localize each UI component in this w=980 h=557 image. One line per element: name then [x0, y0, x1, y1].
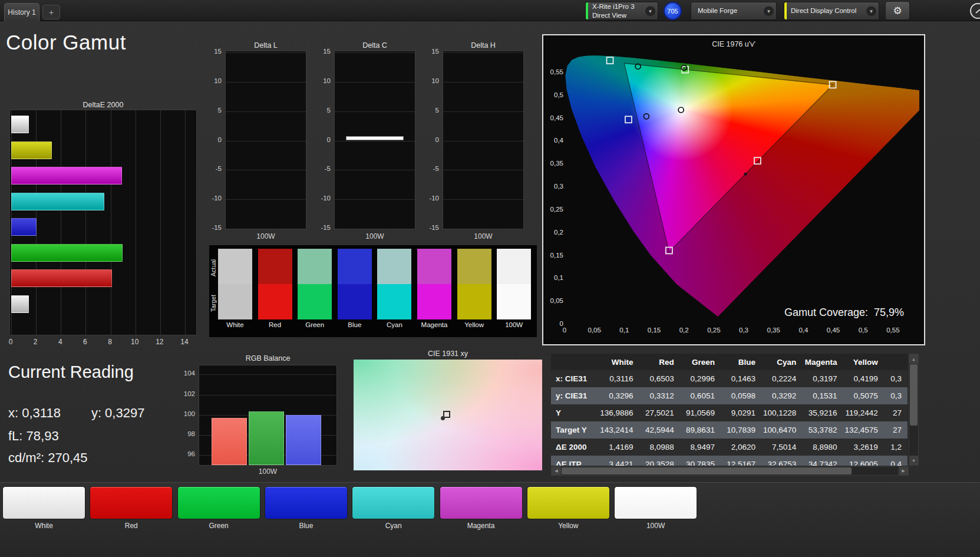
pattern-button-white[interactable]: [2, 486, 85, 519]
table-cell: 53,3782: [802, 421, 843, 439]
axis-tick-label: 8: [108, 338, 112, 346]
axis-tick-label: 0,45: [550, 114, 563, 121]
table-cell: 0,1463: [721, 370, 761, 387]
swatch-yellow: Yellow: [457, 249, 491, 328]
table-row: y: CIE310,32960,33120,60510,05980,32920,…: [551, 387, 908, 404]
scroll-left-icon[interactable]: ◀: [552, 467, 561, 475]
scroll-up-icon[interactable]: ▲: [909, 354, 918, 364]
chart-title: Delta H: [443, 41, 524, 50]
grid-line: [226, 170, 306, 170]
settings-button[interactable]: ⚙: [885, 1, 910, 20]
pattern-button-red[interactable]: [90, 486, 173, 519]
measured-marker-cyan: [644, 114, 649, 119]
grid-line: [199, 374, 336, 375]
swatch-label: White: [218, 321, 252, 328]
gauge-icon: [975, 9, 980, 13]
axis-label: 100W: [443, 232, 524, 240]
axis-tick-label: 0: [218, 136, 222, 143]
deltae-bar-green: [11, 244, 123, 262]
table-row: x: CIE310,31160,65030,29960,14630,22240,…: [551, 370, 908, 387]
pattern-source-dropdown[interactable]: Mobile Forge ▼: [691, 2, 777, 20]
table-cell: 0,5075: [843, 387, 884, 404]
grid-line: [335, 52, 415, 53]
meter-name: X-Rite i1Pro 3 Direct View: [586, 2, 649, 20]
table-cell: 0,2224: [761, 370, 802, 387]
scroll-right-icon[interactable]: ▶: [899, 467, 908, 475]
table-cell: 0,1531: [802, 387, 843, 404]
axis-tick-label: -15: [429, 224, 439, 231]
pattern-item: Blue: [265, 486, 348, 530]
pattern-button-100w[interactable]: [614, 486, 697, 519]
table-cell: 0,3296: [598, 387, 639, 404]
meter-dropdown[interactable]: X-Rite i1Pro 3 Direct View ▼: [585, 2, 658, 20]
axis-tick-label: 0,1: [554, 274, 563, 281]
pattern-item: White: [2, 486, 85, 530]
deltae-bar-red: [11, 269, 112, 287]
axis-tick-label: 15: [323, 48, 331, 55]
display-control-dropdown[interactable]: Direct Display Control ▼: [784, 2, 879, 20]
display-control-accent: [784, 2, 787, 19]
measured-dot-magenta: [744, 173, 747, 176]
table-cell: 27: [884, 421, 908, 439]
pattern-button-green[interactable]: [177, 486, 260, 519]
swatch-cyan: Cyan: [377, 249, 411, 328]
table-row: Y136,988627,502191,05699,0291100,122835,…: [551, 404, 908, 421]
chart-title: Delta L: [225, 41, 306, 50]
table-cell: 91,0569: [680, 404, 721, 421]
pattern-button-cyan[interactable]: [352, 486, 435, 519]
swatch-actual: [258, 249, 292, 284]
reading-cd: cd/m²: 270,45: [8, 450, 88, 466]
scrollbar-thumb[interactable]: [562, 467, 852, 474]
scrollbar-thumb[interactable]: [910, 364, 918, 426]
gamut-coverage: Gamut Coverage:75,9%: [784, 306, 904, 319]
axis-tick-label: 15: [431, 48, 439, 55]
grid-line: [136, 110, 136, 335]
axis-tick-label: 0,45: [827, 327, 840, 334]
swatch-target: [457, 284, 491, 319]
current-reading-title: Current Reading: [8, 362, 134, 382]
table-cell: 1,2: [884, 439, 908, 456]
axis-tick-label: 0,55: [886, 327, 899, 334]
deltae-chart: [9, 110, 197, 335]
swatch-label: Magenta: [417, 321, 451, 328]
axis-tick-label: 0,05: [588, 327, 600, 334]
axis-tick-label: 0,15: [648, 327, 661, 334]
axis-tick-label: -10: [212, 195, 222, 202]
add-tab-button[interactable]: +: [42, 5, 60, 19]
grid-line: [335, 141, 415, 141]
scroll-down-icon[interactable]: ▼: [909, 456, 918, 465]
tab-history-1[interactable]: History 1: [4, 3, 39, 21]
axis-tick-label: 102: [184, 390, 195, 397]
table-cell: 0,3: [884, 387, 908, 404]
table-vertical-scrollbar[interactable]: ▲ ▼: [909, 354, 919, 466]
table-cell: 7,5014: [761, 439, 802, 456]
swatch-target: [417, 284, 451, 319]
deltae-bar-white: [11, 116, 29, 133]
grid-line: [335, 82, 415, 83]
table-cell: 1,4169: [598, 439, 639, 456]
swatch-blue: Blue: [338, 249, 372, 328]
table-cell: 0,4: [884, 456, 908, 466]
pattern-button-yellow[interactable]: [527, 486, 610, 519]
gear-icon: ⚙: [893, 5, 902, 17]
actual-target-swatch-panel: Actual Target WhiteRedGreenBlueCyanMagen…: [209, 245, 537, 337]
table-cell: 35,9216: [802, 404, 843, 421]
table-cell: 3,2619: [843, 439, 884, 456]
pattern-button-blue[interactable]: [265, 486, 348, 519]
display-control-name: Direct Display Control: [784, 6, 870, 15]
cie1976-title: CIE 1976 u'v': [543, 40, 924, 48]
table-horizontal-scrollbar[interactable]: ◀ ▶: [551, 466, 909, 476]
rgb-bar-blue: [286, 415, 321, 465]
swatch-target: [298, 284, 332, 319]
table-col-header: White: [598, 354, 639, 370]
pattern-button-magenta[interactable]: [440, 486, 523, 519]
table-col-header: Blue: [721, 354, 761, 370]
grid-line: [61, 110, 61, 335]
actual-row-label: Actual: [210, 250, 218, 285]
axis-tick-label: -5: [325, 165, 331, 172]
axis-label: 100W: [225, 232, 306, 240]
pattern-item: Green: [177, 486, 260, 530]
pattern-item: Magenta: [440, 486, 523, 530]
axis-tick-label: 0: [9, 338, 13, 346]
gauge-button[interactable]: [970, 3, 980, 19]
